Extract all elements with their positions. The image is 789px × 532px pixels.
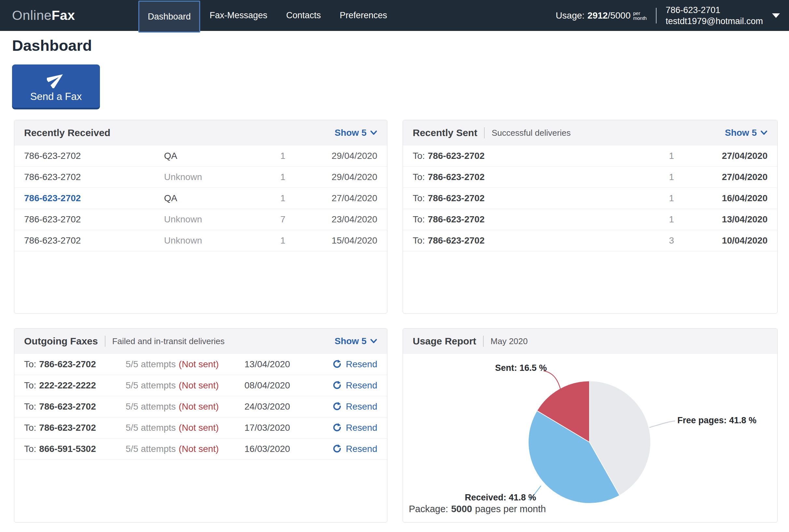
recently-sent-show-5[interactable]: Show 5 [725, 128, 768, 138]
resend-link[interactable]: Resend [326, 423, 377, 433]
received-date: 29/04/2020 [297, 172, 377, 182]
sent-fax-row[interactable]: To:786-623-2702 1 27/04/2020 [403, 167, 777, 188]
brand-fax: Fax [52, 8, 75, 23]
refresh-icon [332, 444, 342, 454]
sent-date: 13/04/2020 [686, 214, 768, 225]
refresh-icon [332, 423, 342, 433]
usage-report-title: Usage Report [413, 336, 476, 347]
recently-received-show-5[interactable]: Show 5 [334, 128, 377, 138]
received-sender-name: Unknown [164, 235, 268, 246]
not-sent-status: (Not sent) [179, 401, 219, 412]
sent-fax-row[interactable]: To:786-623-2702 3 10/04/2020 [403, 230, 777, 251]
outgoing-date: 24/03/2020 [245, 401, 326, 412]
outgoing-faxes-subtitle: Failed and in-transit deliveries [112, 336, 225, 346]
not-sent-status: (Not sent) [179, 444, 219, 454]
resend-label: Resend [346, 423, 377, 433]
tab-preferences[interactable]: Preferences [330, 0, 397, 31]
received-date: 23/04/2020 [297, 214, 377, 225]
outgoing-fax-row[interactable]: To:786-623-2702 5/5 attempts(Not sent) 1… [14, 354, 387, 375]
tab-fax-messages[interactable]: Fax-Messages [200, 0, 277, 31]
received-fax-row[interactable]: 786-623-2702 Unknown 1 29/04/2020 [14, 167, 387, 188]
received-from-number: 786-623-2702 [24, 235, 164, 246]
usage-report-panel: Usage Report May 2020 Sent: 16.5 % Free … [403, 328, 777, 522]
brand-logo[interactable]: OnlineFax [12, 0, 75, 31]
resend-label: Resend [346, 359, 377, 369]
received-from-number: 786-623-2702 [24, 151, 164, 161]
received-fax-row[interactable]: 786-623-2702 Unknown 1 15/04/2020 [14, 230, 387, 251]
send-a-fax-button[interactable]: Send a Fax [12, 64, 100, 108]
header-divider [105, 336, 105, 347]
not-sent-status: (Not sent) [179, 380, 219, 391]
received-page-count: 1 [268, 235, 297, 246]
pie-label-received: Received: 41.8 % [465, 493, 536, 503]
not-sent-status: (Not sent) [179, 423, 219, 433]
paper-plane-icon [47, 70, 65, 88]
to-label: To: [24, 423, 36, 433]
received-sender-name: Unknown [164, 172, 268, 182]
attempts-count: 5/5 attempts [126, 444, 176, 454]
package-suffix: pages per month [475, 504, 546, 514]
received-date: 15/04/2020 [297, 235, 377, 246]
received-sender-name: Unknown [164, 214, 268, 225]
outgoing-fax-row[interactable]: To:786-623-2702 5/5 attempts(Not sent) 2… [14, 396, 387, 417]
received-page-count: 1 [268, 193, 297, 204]
account-info[interactable]: 786-623-2701 testdt1979@hotmail.com [666, 4, 763, 27]
usage-quota: /5000 [608, 11, 631, 21]
recently-sent-header: Recently Sent Successful deliveries Show… [403, 120, 777, 146]
outgoing-faxes-panel: Outgoing Faxes Failed and in-transit del… [14, 328, 387, 522]
outgoing-fax-row[interactable]: To:222-222-2222 5/5 attempts(Not sent) 0… [14, 375, 387, 396]
attempts-count: 5/5 attempts [126, 423, 176, 433]
navbar-right: Usage:2912/5000 per month 786-623-2701 t… [556, 0, 780, 31]
usage-pie-chart: Sent: 16.5 % Free pages: 41.8 % Received… [403, 354, 777, 522]
to-label: To: [24, 380, 36, 391]
received-fax-row-unread[interactable]: 786-623-2702 QA 1 27/04/2020 [14, 188, 387, 209]
brand-online: Online [12, 8, 52, 23]
package-info: Package:5000pages per month [409, 504, 546, 514]
account-caret-down-icon[interactable] [772, 13, 780, 18]
package-label: Package: [409, 504, 448, 514]
outgoing-fax-row[interactable]: To:866-591-5302 5/5 attempts(Not sent) 1… [14, 439, 387, 460]
chevron-down-icon [370, 339, 377, 344]
to-label: To: [413, 193, 425, 203]
outgoing-faxes-title: Outgoing Faxes [24, 336, 98, 347]
outgoing-to-number: 786-623-2702 [39, 359, 96, 369]
resend-link[interactable]: Resend [326, 444, 377, 454]
outgoing-faxes-show-5[interactable]: Show 5 [334, 336, 377, 346]
to-label: To: [413, 151, 425, 161]
sent-page-count: 1 [657, 172, 686, 182]
main-nav-tabs: Dashboard Fax-Messages Contacts Preferen… [138, 0, 397, 31]
recently-received-header: Recently Received Show 5 [14, 120, 387, 146]
recently-received-title: Recently Received [24, 127, 110, 138]
resend-link[interactable]: Resend [326, 401, 377, 412]
tab-dashboard[interactable]: Dashboard [138, 1, 200, 33]
resend-link[interactable]: Resend [326, 359, 377, 369]
onlinefax-dashboard: OnlineFax Dashboard Fax-Messages Contact… [0, 0, 789, 532]
attempts-count: 5/5 attempts [126, 380, 176, 391]
callout-line-sent [543, 371, 561, 391]
sent-fax-row[interactable]: To:786-623-2702 1 16/04/2020 [403, 188, 777, 209]
outgoing-fax-row[interactable]: To:786-623-2702 5/5 attempts(Not sent) 1… [14, 417, 387, 439]
refresh-icon [332, 402, 342, 412]
sent-to-number: 786-623-2702 [428, 151, 484, 161]
sent-page-count: 1 [657, 214, 686, 225]
pie-label-free-pages: Free pages: 41.8 % [677, 415, 756, 425]
sent-to-number: 786-623-2702 [428, 235, 484, 246]
sent-to-number: 786-623-2702 [428, 172, 484, 182]
navbar-divider [656, 8, 656, 23]
chevron-down-icon [761, 130, 768, 135]
chevron-down-icon [370, 130, 377, 135]
sent-fax-row[interactable]: To:786-623-2702 1 13/04/2020 [403, 209, 777, 230]
resend-link[interactable]: Resend [326, 380, 377, 391]
to-label: To: [24, 401, 36, 412]
received-date: 27/04/2020 [297, 193, 377, 204]
received-fax-row[interactable]: 786-623-2702 Unknown 7 23/04/2020 [14, 209, 387, 230]
attempts-count: 5/5 attempts [126, 359, 176, 369]
usage-used: 2912 [588, 11, 608, 21]
sent-fax-row[interactable]: To:786-623-2702 1 27/04/2020 [403, 146, 777, 167]
to-label: To: [413, 214, 425, 224]
tab-contacts[interactable]: Contacts [277, 0, 330, 31]
account-phone: 786-623-2701 [666, 4, 763, 16]
attempts-count: 5/5 attempts [126, 401, 176, 412]
received-from-number-link[interactable]: 786-623-2702 [24, 193, 164, 204]
received-fax-row[interactable]: 786-623-2702 QA 1 29/04/2020 [14, 146, 387, 167]
